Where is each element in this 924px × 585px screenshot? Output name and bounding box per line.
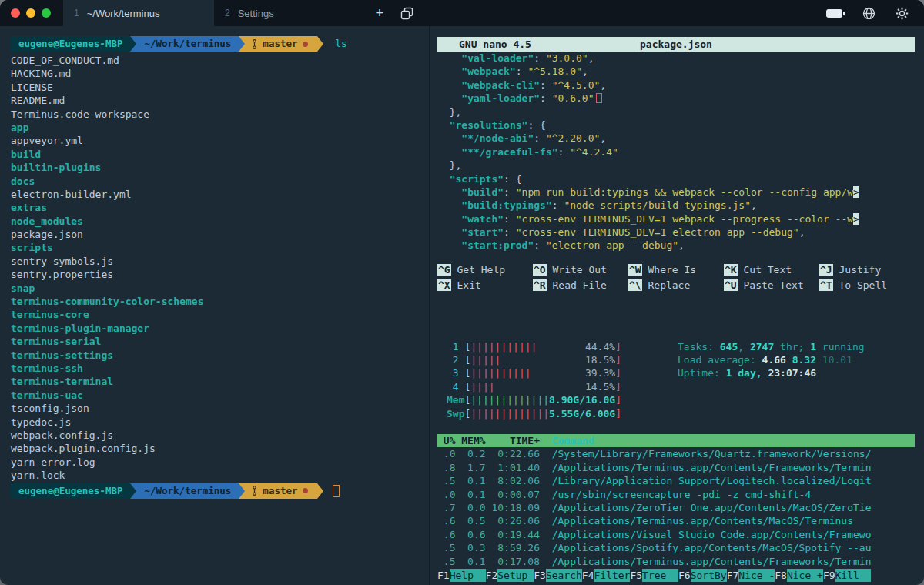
globe-icon[interactable] (862, 7, 875, 20)
nano-code-line: "build:typings": "node scripts/build-typ… (437, 199, 915, 212)
shortcut-key: ^G (437, 264, 451, 276)
process-table-header[interactable]: U%MEM%TIME+Command (437, 434, 915, 447)
nano-code-line: "watch": "cross-env TERMINUS_DEV=1 webpa… (437, 212, 915, 226)
fkey-number: F4 (582, 569, 594, 582)
file-entry: webpack.plugin.config.js (11, 442, 429, 455)
htop-fkey[interactable]: F2Setup (486, 569, 534, 582)
fkey-number: F7 (727, 569, 739, 582)
stat-line: Uptime: 1 day, 23:07:46 (678, 366, 915, 379)
prompt-user-segment: eugene@Eugenes-MBP (11, 483, 130, 499)
shortcut-label: Get Help (451, 264, 505, 276)
process-table: U%MEM%TIME+Command .00.20:22.66/System/L… (437, 434, 915, 568)
branch-name: master (263, 37, 297, 50)
battery-icon[interactable] (826, 9, 842, 18)
prompt-branch-segment: master (245, 483, 316, 499)
file-entry: appveyor.yml (11, 134, 429, 147)
process-row[interactable]: .50.38:59.26/Applications/Spotify.app/Co… (437, 541, 915, 554)
prompt-path-segment: ~/Work/terminus (136, 483, 239, 499)
shortcut-key: ^J (819, 264, 833, 276)
tab-settings[interactable]: 2 Settings (214, 0, 365, 26)
htop-fkey[interactable]: F9Kill (823, 569, 872, 582)
nano-code-line: "webpack": "^5.18.0", (437, 65, 915, 78)
htop-fkey[interactable]: F8Nice + (775, 569, 823, 582)
shortcut-label: Cut Text (738, 264, 792, 276)
nano-version: GNU nano 4.5 (437, 38, 599, 51)
branch-name: master (263, 484, 297, 497)
tab-terminal[interactable]: 1 ~/Work/terminus (63, 0, 214, 26)
shell-prompt: eugene@Eugenes-MBP ~/Work/terminus maste… (11, 483, 429, 499)
close-window-button[interactable] (11, 8, 20, 18)
htop-function-key-bar: F1HelpF2SetupF3SearchF4FilterF5TreeF6Sor… (437, 569, 915, 582)
nano-shortcut: ^X Exit (437, 279, 533, 292)
directory-entry: snap (11, 282, 429, 295)
file-entry: yarn-error.log (11, 456, 429, 469)
directory-entry: build (11, 148, 429, 161)
nano-code-line: "val-loader": "3.0.0", (437, 52, 915, 65)
process-row[interactable]: .60.50:26.06/Applications/Terminus.app/C… (437, 514, 915, 527)
fkey-number: F3 (534, 569, 546, 582)
nano-shortcut: ^J Justify (819, 263, 915, 276)
prompt-branch-segment: master (245, 36, 316, 52)
terminal-cursor (333, 485, 340, 497)
htop-fkey[interactable]: F3Search (534, 569, 582, 582)
directory-entry: extras (11, 201, 429, 214)
nano-code-line: "start:prod": "electron app --debug", (437, 239, 915, 252)
fkey-label: Setup (497, 569, 534, 582)
powerline-arrow (239, 36, 245, 52)
shortcut-label: Justify (833, 264, 882, 276)
fkey-label: Kill (835, 569, 872, 582)
directory-entry: terminus-uac (11, 389, 429, 402)
directory-entry: terminus-terminal (11, 375, 429, 388)
htop-monitor: 1[|||||||||||44.4%]2[|||||18.5%]3[||||||… (437, 340, 915, 583)
file-entry: sentry.properties (11, 268, 429, 281)
directory-entry: docs (11, 175, 429, 188)
nano-shortcut: ^\ Replace (628, 279, 724, 292)
new-tab-button[interactable]: + (365, 0, 394, 26)
htop-fkey[interactable]: F4Filter (582, 569, 631, 582)
cpu-meter: 1[|||||||||||44.4%] (447, 340, 668, 353)
nano-shortcut: ^R Read File (533, 279, 628, 292)
directory-entry: terminus-plugin-manager (11, 322, 429, 335)
process-row[interactable]: .60.60:19.44/Applications/Visual Studio … (437, 528, 915, 541)
stat-line: Tasks: 645, 2747 thr; 1 running (678, 340, 915, 353)
process-row[interactable]: .50.10:17.08/Applications/Terminus.app/C… (437, 555, 915, 568)
nano-code-line: "resolutions": { (437, 119, 915, 132)
process-row[interactable]: .50.18:02.06/Library/Application Support… (437, 474, 915, 487)
shortcut-label: Exit (451, 279, 481, 291)
htop-fkey[interactable]: F1Help (437, 569, 486, 582)
htop-fkey[interactable]: F7Nice - (727, 569, 775, 582)
directory-entry: app (11, 121, 429, 134)
process-row[interactable]: .81.71:01.40/Applications/Terminus.app/C… (437, 461, 915, 474)
shortcut-key: ^W (628, 264, 642, 276)
process-row[interactable]: .00.10:00.07/usr/sbin/screencapture -pdi… (437, 488, 915, 501)
tab-number: 1 (74, 8, 79, 18)
process-rows: .00.20:22.66/System/Library/Frameworks/Q… (437, 447, 915, 568)
fkey-number: F2 (486, 569, 498, 582)
process-row[interactable]: .00.20:22.66/System/Library/Frameworks/Q… (437, 447, 915, 460)
nano-shortcut: ^U Paste Text (724, 279, 819, 292)
right-terminal-pane[interactable]: GNU nano 4.5 package.json "val-loader": … (430, 26, 924, 585)
directory-entry: terminus-serial (11, 335, 429, 348)
file-entry: yarn.lock (11, 469, 429, 482)
shortcut-key: ^K (724, 264, 738, 276)
terminal-pane[interactable]: eugene@Eugenes-MBP ~/Work/terminus maste… (0, 26, 430, 585)
nano-editor: GNU nano 4.5 package.json "val-loader": … (437, 37, 915, 292)
htop-meters: 1[|||||||||||44.4%]2[|||||18.5%]3[||||||… (437, 340, 915, 420)
shortcut-key: ^T (819, 279, 833, 291)
nano-filename: package.json (599, 38, 753, 51)
shortcut-label: Where Is (642, 264, 696, 276)
file-entry: HACKING.md (11, 67, 429, 80)
fkey-label: Filter (594, 569, 630, 582)
shell-prompt: eugene@Eugenes-MBP ~/Work/terminus maste… (11, 36, 429, 52)
process-row[interactable]: .70.010:18.09/Applications/ZeroTier One.… (437, 501, 915, 514)
file-entry: electron-builder.yml (11, 188, 429, 201)
htop-fkey[interactable]: F6SortBy (678, 569, 727, 582)
zoom-window-button[interactable] (42, 8, 51, 18)
nano-shortcut: ^K Cut Text (724, 263, 819, 276)
minimize-window-button[interactable] (26, 8, 35, 18)
settings-gear-icon[interactable] (896, 7, 909, 20)
htop-fkey[interactable]: F5Tree (630, 569, 678, 582)
nano-code-line: }, (437, 105, 915, 119)
duplicate-window-icon[interactable] (400, 0, 413, 26)
tab-number: 2 (225, 8, 230, 18)
